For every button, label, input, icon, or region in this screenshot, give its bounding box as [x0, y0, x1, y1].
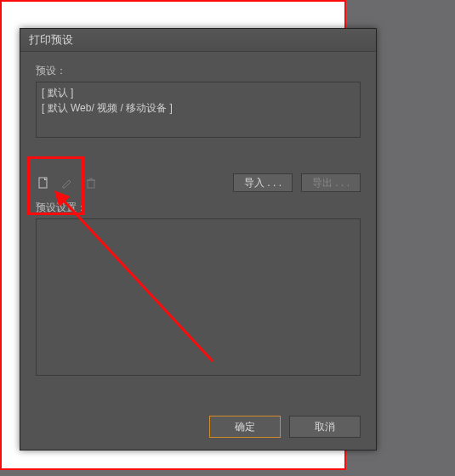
cancel-button[interactable]: 取消: [289, 416, 361, 438]
dialog-footer: 确定 取消: [209, 416, 361, 438]
import-button[interactable]: 导入 . . .: [233, 173, 293, 192]
preset-toolbar: 导入 . . . 导出 . . .: [36, 173, 361, 192]
dialog-content: 预设： [ 默认 ] [ 默认 Web/ 视频 / 移动设备 ] 导入 . . …: [20, 52, 376, 386]
preset-listbox[interactable]: [ 默认 ] [ 默认 Web/ 视频 / 移动设备 ]: [36, 82, 361, 138]
print-presets-dialog: 打印预设 预设： [ 默认 ] [ 默认 Web/ 视频 / 移动设备 ] 导入…: [20, 28, 377, 450]
ok-button[interactable]: 确定: [209, 416, 281, 438]
delete-preset-icon: [83, 175, 99, 190]
export-button: 导出 . . .: [301, 173, 361, 192]
list-item[interactable]: [ 默认 Web/ 视频 / 移动设备 ]: [42, 100, 355, 116]
edit-preset-icon: [60, 175, 75, 190]
dialog-titlebar[interactable]: 打印预设: [20, 29, 376, 52]
preset-label: 预设：: [36, 64, 361, 78]
settings-box: [36, 218, 361, 376]
list-item[interactable]: [ 默认 ]: [42, 85, 355, 100]
svg-rect-1: [88, 180, 94, 188]
new-preset-icon[interactable]: [36, 175, 51, 190]
dialog-title: 打印预设: [29, 32, 73, 48]
settings-label: 预设设置：: [36, 201, 361, 215]
